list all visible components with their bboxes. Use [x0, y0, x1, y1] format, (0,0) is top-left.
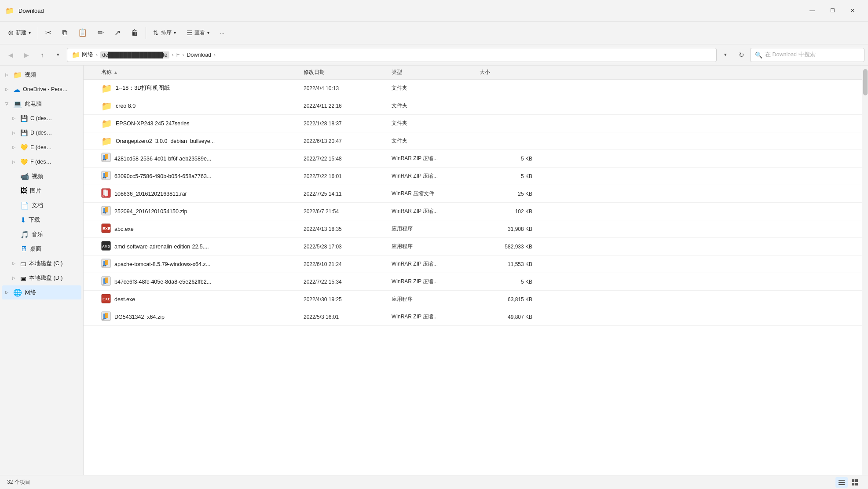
path-sep-1: ›	[96, 52, 98, 58]
main-layout: ▷ 📁 视频 ▷ ☁ OneDrive - Pers… ▽ 💻 此电脑 ▷ 💾 …	[0, 66, 868, 475]
file-name: Orangepizero2_3.0.0_debian_bullseye...	[116, 138, 215, 144]
file-type: WinRAR ZIP 压缩...	[392, 278, 480, 285]
column-date[interactable]: 修改日期	[304, 69, 392, 76]
table-row[interactable]: AMD amd-software-adrenalin-edition-22.5.…	[84, 238, 862, 255]
table-row[interactable]: 📁 creo 8.0 2022/4/11 22:16 文件夹	[84, 97, 862, 115]
sidebar-item-f[interactable]: ▷ 💛 F (des…	[2, 155, 81, 169]
file-name: EPSON-XP243 245 247series	[116, 120, 189, 127]
sort-button[interactable]: ⇅ 排序 ▾	[149, 26, 180, 40]
file-name: 108636_20161202163811.rar	[114, 191, 187, 197]
more-button[interactable]: ···	[216, 27, 229, 39]
search-box[interactable]: 🔍 在 Download 中搜索	[750, 48, 864, 62]
file-size: 25 KB	[480, 191, 541, 197]
sidebar-item-onedrive[interactable]: ▷ ☁ OneDrive - Pers…	[2, 82, 81, 96]
cut-button[interactable]: ✂	[41, 26, 56, 40]
copy-button[interactable]: ⧉	[58, 26, 72, 40]
sidebar-item-thispc[interactable]: ▽ 💻 此电脑	[2, 97, 81, 111]
table-row[interactable]: 📁 Orangepizero2_3.0.0_debian_bullseye...…	[84, 132, 862, 150]
file-size: 5 KB	[480, 279, 541, 285]
search-placeholder: 在 Download 中搜索	[765, 51, 816, 58]
column-size[interactable]: 大小	[480, 69, 541, 76]
refresh-button[interactable]: ↻	[734, 48, 748, 62]
file-size: 582,933 KB	[480, 244, 541, 250]
drive-icon: 💛	[20, 144, 28, 151]
file-name: creo 8.0	[116, 103, 136, 109]
table-row[interactable]: ZIP b47ce6f3-48fc-405e-8da8-e5e262ffb2..…	[84, 273, 862, 291]
sidebar-item-videos-1[interactable]: ▷ 📁 视频	[2, 68, 81, 82]
up-button[interactable]: ↑	[35, 48, 49, 62]
svg-text:RAR: RAR	[102, 194, 107, 197]
sidebar-item-c[interactable]: ▷ 💾 C (des…	[2, 111, 81, 125]
drive-icon: 💾	[20, 129, 28, 136]
list-view-button[interactable]	[835, 477, 848, 488]
col-type-label: 类型	[392, 69, 402, 75]
file-type: 应用程序	[392, 225, 480, 233]
sidebar-item-music[interactable]: 🎵 音乐	[2, 227, 81, 241]
sidebar-item-local-d[interactable]: ▷ 🖴 本地磁盘 (D:)	[2, 271, 81, 285]
sidebar-label: 视频	[32, 173, 78, 180]
table-row[interactable]: ZIP 4281cd58-2536-4c01-bf6f-aeb23589e...…	[84, 150, 862, 168]
table-row[interactable]: EXE abc.exe 2022/4/13 18:35 应用程序 31,908 …	[84, 220, 862, 238]
file-type: WinRAR ZIP 压缩...	[392, 172, 480, 180]
share-button[interactable]: ↗	[110, 26, 125, 40]
sidebar-item-e[interactable]: ▷ 💛 E (des…	[2, 140, 81, 154]
sidebar-item-network[interactable]: ▷ 🌐 网络	[2, 285, 81, 299]
address-dropdown-button[interactable]: ▾	[718, 48, 732, 62]
file-type: WinRAR ZIP 压缩...	[392, 313, 480, 321]
sidebar-label: 此电脑	[25, 100, 78, 108]
sidebar-label: 视频	[25, 71, 78, 79]
file-name: 63090cc5-7586-490b-b054-658a7763...	[114, 173, 211, 179]
sidebar-item-downloads[interactable]: ⬇ 下载	[2, 213, 81, 227]
sidebar-item-videos-2[interactable]: 📹 视频	[2, 169, 81, 183]
file-type: 文件夹	[392, 137, 480, 145]
file-name: dest.exe	[114, 296, 135, 303]
sidebar-label: 下载	[29, 216, 78, 224]
expand-icon: ▷	[12, 131, 18, 135]
col-size-label: 大小	[480, 69, 490, 75]
sidebar-item-local-c[interactable]: ▷ 🖴 本地磁盘 (C:)	[2, 256, 81, 270]
sidebar-label: F (des…	[30, 159, 78, 165]
table-row[interactable]: RAR 108636_20161202163811.rar 2022/7/25 …	[84, 185, 862, 203]
table-row[interactable]: ZIP 63090cc5-7586-490b-b054-658a7763... …	[84, 168, 862, 185]
back-button[interactable]: ◀	[4, 48, 18, 62]
view-label: 查看	[194, 29, 205, 36]
table-row[interactable]: ZIP apache-tomcat-8.5.79-windows-x64.z..…	[84, 255, 862, 273]
minimize-button[interactable]: —	[802, 0, 822, 22]
column-name[interactable]: 名称 ▲	[84, 69, 304, 76]
file-icon: ZIP	[101, 311, 111, 322]
view-dropdown-icon: ▾	[207, 30, 209, 35]
sidebar-item-desktop[interactable]: 🖥 桌面	[2, 242, 81, 256]
file-icon: RAR	[101, 188, 111, 199]
cut-icon: ✂	[45, 28, 51, 37]
sidebar-item-documents[interactable]: 📄 文档	[2, 198, 81, 212]
vertical-scrollbar[interactable]	[862, 66, 868, 475]
view-button[interactable]: ☰ 查看 ▾	[182, 26, 214, 40]
svg-text:EXE: EXE	[103, 226, 110, 231]
delete-button[interactable]: 🗑	[127, 26, 143, 40]
grid-view-button[interactable]	[849, 477, 861, 488]
sort-dropdown-icon: ▾	[174, 30, 176, 35]
forward-button[interactable]: ▶	[19, 48, 33, 62]
svg-text:EXE: EXE	[103, 297, 110, 301]
new-button[interactable]: ⊕ 新建 ▾	[4, 26, 35, 40]
sidebar-item-d[interactable]: ▷ 💾 D (des…	[2, 126, 81, 140]
table-row[interactable]: EXE dest.exe 2022/4/30 19:25 应用程序 63,815…	[84, 291, 862, 308]
table-row[interactable]: 📁 EPSON-XP243 245 247series 2022/1/28 18…	[84, 115, 862, 132]
file-icon: 📁	[101, 83, 112, 94]
address-path[interactable]: 📁 网络 › de██████████████te › F › Download…	[67, 48, 717, 62]
table-row[interactable]: 📁 1--18：3D打印机图纸 2022/4/4 10:13 文件夹	[84, 80, 862, 97]
table-row[interactable]: ZIP DG5431342_x64.zip 2022/5/3 16:01 Win…	[84, 308, 862, 326]
desktop-icon: 🖥	[20, 245, 27, 253]
recent-button[interactable]: ▾	[51, 48, 65, 62]
paste-button[interactable]: 📋	[73, 26, 92, 40]
table-row[interactable]: ZIP 252094_20161201054150.zip 2022/6/7 2…	[84, 203, 862, 220]
file-size: 5 KB	[480, 173, 541, 179]
expand-icon: ▷	[5, 87, 11, 91]
maximize-button[interactable]: ☐	[822, 0, 842, 22]
close-button[interactable]: ✕	[842, 0, 863, 22]
sidebar-label: 音乐	[32, 231, 78, 238]
rename-button[interactable]: ✏	[93, 26, 108, 40]
file-date: 2022/4/30 19:25	[304, 296, 392, 303]
column-type[interactable]: 类型	[392, 69, 480, 76]
sidebar-item-pictures[interactable]: 🖼 图片	[2, 184, 81, 198]
